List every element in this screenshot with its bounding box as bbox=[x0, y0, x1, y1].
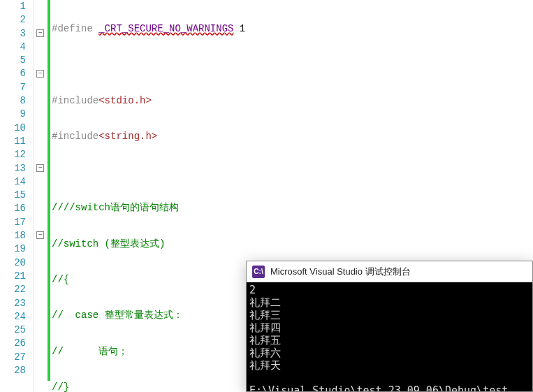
comment-token: // case 整型常量表达式： bbox=[52, 310, 183, 321]
console-output[interactable]: 2 礼拜二 礼拜三 礼拜四 礼拜五 礼拜六 礼拜天 E:\Visual Stud… bbox=[247, 282, 532, 391]
line-number: 22 bbox=[0, 283, 26, 296]
console-line: E:\Visual Studio\test 23.09.06\Debug\tes… bbox=[249, 384, 508, 391]
line-number: 13 bbox=[0, 162, 26, 175]
line-number: 6 bbox=[0, 67, 26, 80]
line-number: 23 bbox=[0, 297, 26, 310]
line-number: 27 bbox=[0, 351, 26, 364]
console-line: 礼拜四 bbox=[249, 321, 281, 334]
console-line: 礼拜五 bbox=[249, 334, 281, 347]
include-path-token: <stdio.h> bbox=[98, 95, 152, 106]
console-titlebar[interactable]: C:\ Microsoft Visual Studio 调试控制台 bbox=[247, 261, 532, 282]
line-number: 3 bbox=[0, 27, 26, 41]
preproc-token: #define bbox=[52, 23, 93, 34]
line-number-gutter: 1 2 3 4 5 6 7 8 9 10 11 12 13 14 15 16 1… bbox=[0, 0, 34, 392]
macro-token: _CRT_SECURE_NO_WARNINGS bbox=[98, 23, 233, 34]
console-line: 礼拜六 bbox=[249, 347, 281, 359]
console-line: 2 bbox=[249, 284, 256, 296]
line-number: 20 bbox=[0, 256, 26, 270]
line-number: 26 bbox=[0, 337, 26, 350]
comment-token: // 语句； bbox=[52, 346, 128, 357]
preproc-token: #include bbox=[52, 95, 98, 106]
preproc-token: #include bbox=[52, 131, 98, 142]
line-number: 21 bbox=[0, 270, 26, 283]
literal-token: 1 bbox=[233, 23, 245, 34]
fold-toggle[interactable]: − bbox=[36, 70, 44, 78]
line-number: 7 bbox=[0, 81, 26, 94]
debug-console-window[interactable]: C:\ Microsoft Visual Studio 调试控制台 2 礼拜二 … bbox=[246, 261, 533, 392]
fold-toggle[interactable]: − bbox=[36, 29, 44, 37]
console-line: 礼拜天 bbox=[249, 359, 281, 372]
console-line: 礼拜二 bbox=[249, 296, 281, 309]
comment-token: ////switch语句的语句结构 bbox=[52, 202, 179, 213]
line-number: 5 bbox=[0, 54, 26, 67]
line-number: 24 bbox=[0, 310, 26, 324]
line-number: 25 bbox=[0, 324, 26, 337]
line-number: 11 bbox=[0, 135, 26, 148]
line-number: 15 bbox=[0, 189, 26, 202]
fold-toggle[interactable]: − bbox=[36, 231, 44, 239]
comment-token: //switch (整型表达式) bbox=[52, 238, 165, 249]
console-title-text: Microsoft Visual Studio 调试控制台 bbox=[270, 266, 411, 278]
line-number: 9 bbox=[0, 108, 26, 121]
fold-toggle[interactable]: − bbox=[36, 164, 44, 172]
line-number: 4 bbox=[0, 41, 26, 54]
line-number: 12 bbox=[0, 148, 26, 161]
comment-token: //{ bbox=[52, 274, 69, 285]
include-path-token: <string.h> bbox=[98, 131, 157, 142]
line-number: 18 bbox=[0, 229, 26, 242]
console-line: 礼拜三 bbox=[249, 309, 281, 321]
comment-token: //} bbox=[52, 382, 69, 392]
line-number: 17 bbox=[0, 216, 26, 229]
line-number: 2 bbox=[0, 13, 26, 27]
line-number: 14 bbox=[0, 175, 26, 189]
line-number: 1 bbox=[0, 0, 26, 13]
line-number: 19 bbox=[0, 242, 26, 256]
line-number: 16 bbox=[0, 202, 26, 215]
line-number: 10 bbox=[0, 122, 26, 135]
line-number: 8 bbox=[0, 94, 26, 108]
fold-column: − − − − bbox=[34, 0, 48, 392]
line-number: 28 bbox=[0, 364, 26, 377]
console-icon: C:\ bbox=[252, 266, 265, 278]
